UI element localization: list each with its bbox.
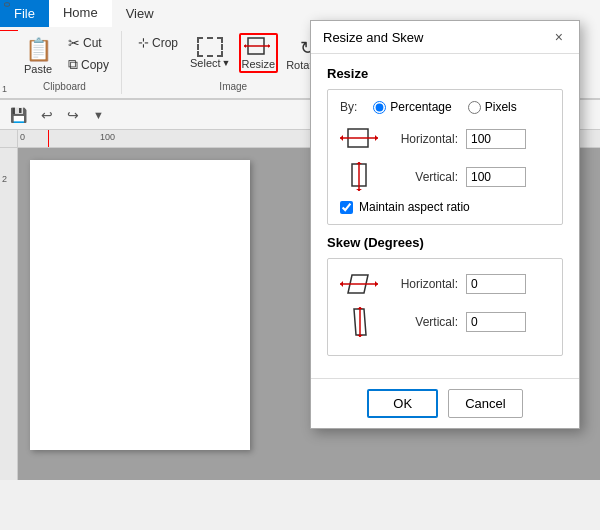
crop-col: ⊹ Crop	[134, 33, 182, 52]
skew-vertical-row: Vertical:	[340, 307, 550, 337]
ok-button[interactable]: OK	[367, 389, 438, 418]
svg-marker-7	[375, 135, 378, 141]
svg-marker-11	[356, 189, 362, 191]
copy-button[interactable]: ⧉ Copy	[64, 54, 113, 75]
select-label: Select ▼	[190, 57, 231, 69]
svg-marker-10	[356, 162, 362, 164]
resize-vertical-label: Vertical:	[388, 170, 458, 184]
skew-horizontal-label: Horizontal:	[388, 277, 458, 291]
dialog-close-button[interactable]: ×	[551, 29, 567, 45]
resize-h-icon	[340, 124, 380, 154]
skew-vertical-label: Vertical:	[388, 315, 458, 329]
dialog-title-bar: Resize and Skew ×	[311, 21, 579, 54]
resize-v-icon	[340, 162, 380, 192]
paste-label: Paste	[24, 63, 52, 75]
maintain-aspect-label[interactable]: Maintain aspect ratio	[359, 200, 470, 214]
maintain-aspect-checkbox[interactable]	[340, 201, 353, 214]
resize-vertical-row: Vertical:	[340, 162, 550, 192]
percentage-radio[interactable]	[373, 101, 386, 114]
pixels-option[interactable]: Pixels	[468, 100, 517, 114]
select-icon	[197, 37, 223, 57]
svg-marker-15	[375, 281, 378, 287]
crop-label: Crop	[152, 36, 178, 50]
crop-icon: ⊹	[138, 35, 149, 50]
resize-horizontal-input[interactable]	[466, 129, 526, 149]
svg-marker-18	[357, 307, 363, 309]
tab-home[interactable]: Home	[49, 0, 112, 27]
ribbon-group-clipboard: 📋 Paste ✂ Cut ⧉ Copy Clipboard	[8, 31, 122, 94]
resize-icon	[244, 36, 272, 58]
resize-button[interactable]: Resize	[239, 33, 279, 73]
save-button[interactable]: 💾	[6, 105, 31, 125]
cancel-button[interactable]: Cancel	[448, 389, 522, 418]
ruler-v-mark-0: 0	[2, 2, 12, 7]
resize-section-box: By: Percentage Pixels	[327, 89, 563, 225]
cut-icon: ✂	[68, 35, 80, 51]
dialog-footer: OK Cancel	[311, 378, 579, 428]
dialog-body: Resize By: Percentage Pixels	[311, 54, 579, 378]
resize-horizontal-row: Horizontal:	[340, 124, 550, 154]
svg-marker-19	[357, 335, 363, 337]
select-button[interactable]: Select ▼	[186, 33, 235, 73]
ruler-v-cursor	[0, 30, 18, 31]
undo-button[interactable]: ↩	[37, 105, 57, 125]
ruler-v-mark-100: 1	[2, 84, 7, 94]
skew-vertical-input[interactable]	[466, 312, 526, 332]
skew-section-title: Skew (Degrees)	[327, 235, 563, 250]
clipboard-items: 📋 Paste ✂ Cut ⧉ Copy	[16, 33, 113, 79]
skew-horizontal-row: Horizontal:	[340, 269, 550, 299]
resize-section-title: Resize	[327, 66, 563, 81]
svg-marker-3	[268, 44, 270, 48]
copy-icon: ⧉	[68, 56, 78, 73]
svg-marker-6	[340, 135, 343, 141]
copy-label: Copy	[81, 58, 109, 72]
ruler-corner	[0, 130, 18, 148]
ruler-vertical: 0 1 2	[0, 148, 18, 480]
maintain-aspect-row: Maintain aspect ratio	[340, 200, 550, 214]
cut-copy-col: ✂ Cut ⧉ Copy	[64, 33, 113, 75]
resize-by-row: By: Percentage Pixels	[340, 100, 550, 114]
crop-button[interactable]: ⊹ Crop	[134, 33, 182, 52]
image-label: Image	[219, 79, 247, 92]
svg-marker-14	[340, 281, 343, 287]
ruler-mark-100: 100	[100, 132, 115, 142]
resize-horizontal-label: Horizontal:	[388, 132, 458, 146]
skew-section-box: Horizontal: Vertical:	[327, 258, 563, 356]
pixels-radio[interactable]	[468, 101, 481, 114]
pixels-label: Pixels	[485, 100, 517, 114]
resize-skew-dialog: Resize and Skew × Resize By: Percentage …	[310, 20, 580, 429]
resize-label: Resize	[242, 58, 276, 70]
skew-horizontal-input[interactable]	[466, 274, 526, 294]
ribbon-group-image: ⊹ Crop Select ▼	[126, 31, 333, 94]
resize-vertical-input[interactable]	[466, 167, 526, 187]
paste-icon: 📋	[25, 37, 52, 63]
skew-h-icon	[340, 269, 380, 299]
ruler-mark-0: 0	[20, 132, 25, 142]
percentage-option[interactable]: Percentage	[373, 100, 451, 114]
clipboard-label: Clipboard	[43, 79, 86, 92]
redo-button[interactable]: ↪	[63, 105, 83, 125]
canvas-paper	[30, 160, 250, 450]
ruler-h-cursor	[48, 130, 49, 148]
paste-button[interactable]: 📋 Paste	[16, 33, 60, 79]
image-items: ⊹ Crop Select ▼	[134, 33, 332, 79]
skew-v-icon	[340, 307, 380, 337]
svg-marker-2	[244, 44, 246, 48]
by-label: By:	[340, 100, 357, 114]
ruler-v-mark-200: 2	[2, 174, 7, 184]
dialog-title: Resize and Skew	[323, 30, 423, 45]
cut-label: Cut	[83, 36, 102, 50]
percentage-label: Percentage	[390, 100, 451, 114]
tab-view[interactable]: View	[112, 0, 168, 27]
customize-button[interactable]: ▼	[89, 107, 108, 123]
cut-button[interactable]: ✂ Cut	[64, 33, 113, 53]
select-dropdown-icon: ▼	[222, 58, 231, 68]
